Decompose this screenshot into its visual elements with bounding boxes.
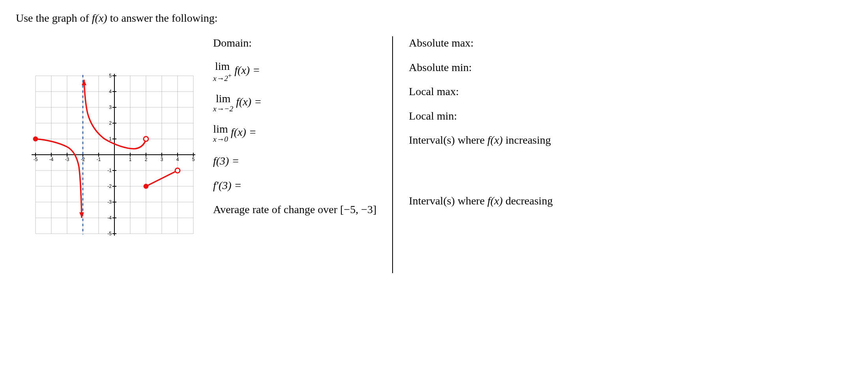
svg-text:2: 2 bbox=[145, 157, 148, 162]
closed-point-2-neg2 bbox=[144, 184, 148, 189]
question-fprime3: f′(3) = bbox=[213, 179, 376, 192]
question-decreasing: Interval(s) where f(x) decreasing bbox=[409, 194, 553, 208]
questions-col-2: Absolute max: Absolute min: Local max: L… bbox=[393, 36, 553, 219]
svg-text:-2: -2 bbox=[107, 184, 112, 189]
svg-text:5: 5 bbox=[109, 73, 112, 79]
prompt-prefix: Use the graph of bbox=[16, 12, 92, 24]
svg-text:1: 1 bbox=[129, 157, 132, 162]
prompt-func: f(x) bbox=[92, 12, 107, 24]
question-local-min: Local min: bbox=[409, 109, 553, 123]
prompt-suffix: to answer the following: bbox=[107, 12, 218, 24]
svg-text:-4: -4 bbox=[107, 215, 112, 221]
curve-piece2 bbox=[84, 80, 146, 149]
svg-text:-1: -1 bbox=[107, 168, 112, 173]
questions-col-1: Domain: lim x→2+ f(x) = lim x→−2 f(x) = … bbox=[197, 36, 393, 273]
question-abs-min: Absolute min: bbox=[409, 61, 553, 74]
open-point-4-neg1 bbox=[175, 168, 180, 173]
svg-text:4: 4 bbox=[109, 89, 112, 94]
svg-text:-4: -4 bbox=[49, 157, 54, 162]
question-domain: Domain: bbox=[213, 36, 376, 50]
question-abs-max: Absolute max: bbox=[409, 36, 553, 50]
svg-text:3: 3 bbox=[161, 157, 163, 162]
content-row: -5 -4 -3 -2 -1 1 2 3 4 5 5 4 3 2 1 bbox=[16, 36, 852, 273]
prompt-line: Use the graph of f(x) to answer the foll… bbox=[16, 12, 852, 24]
graph-wrap: -5 -4 -3 -2 -1 1 2 3 4 5 5 4 3 2 1 bbox=[16, 36, 197, 242]
question-f3: f(3) = bbox=[213, 154, 376, 168]
closed-point-neg5-1 bbox=[33, 137, 38, 141]
svg-text:-3: -3 bbox=[107, 199, 112, 205]
question-limit-0: lim x→0 f(x) = bbox=[213, 124, 376, 143]
svg-text:-5: -5 bbox=[34, 157, 38, 162]
open-point-2-1 bbox=[144, 137, 148, 141]
question-limit-neg2: lim x→−2 f(x) = bbox=[213, 93, 376, 113]
question-local-max: Local max: bbox=[409, 85, 553, 98]
svg-text:4: 4 bbox=[176, 157, 179, 162]
svg-text:-3: -3 bbox=[65, 157, 69, 162]
question-limit-2plus: lim x→2+ f(x) = bbox=[213, 61, 376, 82]
question-avg-rate: Average rate of change over [−5, −3] bbox=[213, 203, 376, 216]
curve-piece1 bbox=[36, 139, 82, 218]
svg-text:3: 3 bbox=[109, 105, 112, 110]
svg-text:5: 5 bbox=[192, 157, 195, 162]
svg-text:2: 2 bbox=[109, 120, 112, 126]
svg-text:-1: -1 bbox=[97, 157, 101, 162]
svg-text:-5: -5 bbox=[107, 231, 112, 236]
question-increasing: Interval(s) where f(x) increasing bbox=[409, 133, 553, 147]
function-graph: -5 -4 -3 -2 -1 1 2 3 4 5 5 4 3 2 1 bbox=[16, 68, 197, 242]
